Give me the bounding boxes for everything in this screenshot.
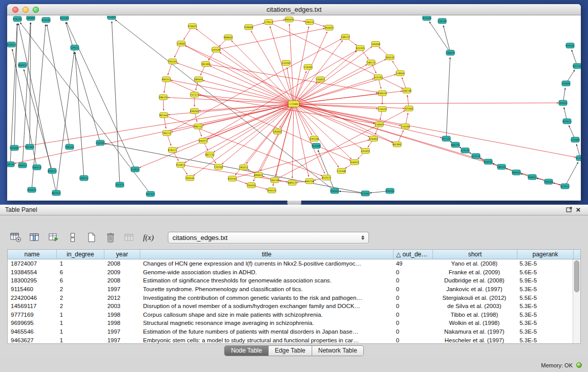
graph-node[interactable]: 262065 (10, 145, 19, 150)
minimize-window-button[interactable] (23, 7, 29, 13)
graph-node[interactable]: 121065 (571, 137, 580, 142)
graph-node[interactable]: 809431 (512, 170, 521, 175)
graph-node[interactable]: 976121 (13, 16, 22, 21)
table-row[interactable]: 946362711997Embryonic stem cells: a mode… (8, 336, 573, 343)
graph-node[interactable]: 813341 (361, 191, 370, 196)
table-row[interactable]: 2242004622012Investigating the contribut… (8, 293, 573, 302)
graph-node[interactable]: 179511 (264, 19, 273, 25)
graph-node[interactable]: 204531 (385, 55, 395, 60)
graph-node[interactable]: 876111 (168, 147, 177, 152)
new-column-button[interactable] (85, 231, 98, 244)
table-row[interactable]: 1872400712008Changes of HCN gene express… (8, 259, 573, 268)
table-row[interactable]: 1830029562008Estimation of significance … (8, 276, 573, 285)
column-header-year[interactable]: year (104, 250, 140, 259)
graph-node[interactable]: 489571 (288, 180, 297, 185)
delete-column-button[interactable] (104, 231, 117, 244)
graph-node[interactable]: 312161 (374, 75, 383, 80)
graph-node[interactable]: 196211 (79, 176, 89, 181)
graph-node[interactable]: 911021 (107, 16, 116, 19)
graph-node[interactable]: 891311 (146, 191, 155, 196)
graph-node[interactable]: 746711 (366, 60, 376, 65)
graph-node[interactable]: 950513 (32, 165, 41, 170)
close-window-button[interactable] (12, 7, 18, 13)
graph-node[interactable]: 679191 (461, 148, 470, 153)
graph-node[interactable]: 816461 (369, 136, 378, 141)
graph-node[interactable]: 945758 (305, 179, 314, 184)
graph-node[interactable]: 722541 (214, 164, 223, 169)
graph-node[interactable]: 105749 (270, 178, 279, 183)
graph-node[interactable]: 289491 (194, 77, 203, 82)
graph-node[interactable]: 924631 (27, 187, 36, 192)
network-window-titlebar[interactable]: citations_edges.txt (7, 4, 581, 15)
table-row[interactable]: 946554611997Estimation of the future num… (8, 327, 573, 336)
graph-node[interactable]: 813101 (60, 16, 69, 20)
graph-node[interactable]: 294501 (544, 179, 553, 184)
graph-node[interactable]: 966491 (285, 17, 294, 22)
graph-node[interactable]: 184879 (446, 50, 455, 55)
table-row[interactable]: 969969511998Structural magnetic resonanc… (8, 319, 573, 327)
graph-node[interactable]: 203611 (7, 42, 16, 47)
graph-node[interactable]: 850531 (378, 91, 387, 96)
graph-node[interactable]: 100748 (402, 88, 411, 93)
graph-node[interactable]: 912131 (471, 154, 481, 159)
graph-node[interactable]: 132203 (281, 60, 291, 65)
graph-node[interactable]: 213611 (130, 167, 140, 172)
graph-node[interactable]: 191534 (310, 136, 319, 141)
graph-node[interactable]: 118641 (396, 71, 405, 76)
graph-node[interactable]: 116261 (303, 64, 313, 70)
graph-node[interactable]: 785711 (162, 130, 171, 136)
graph-node[interactable]: 143491 (561, 81, 571, 86)
graph-node[interactable]: 761631 (247, 183, 256, 188)
graph-node[interactable]: 934121 (267, 188, 276, 193)
graph-node[interactable]: 913571 (576, 156, 581, 161)
graph-node[interactable]: 867731 (205, 152, 214, 157)
graph-node[interactable]: 755821 (316, 77, 325, 82)
table-row[interactable]: 977716911998Corpus callosum shape and si… (8, 311, 573, 319)
graph-node[interactable]: 830201 (190, 108, 199, 114)
table-row[interactable]: 1938455462009Genome-wide association stu… (8, 268, 573, 277)
column-header-out_de[interactable]: △ out_de… (394, 250, 433, 259)
graph-node[interactable]: 790141 (65, 144, 74, 149)
graph-node[interactable]: 196137 (305, 19, 314, 25)
graph-node[interactable]: 854371 (48, 168, 57, 173)
scrollbar-thumb[interactable] (574, 260, 579, 292)
graph-node[interactable]: 908193 (7, 162, 15, 167)
graph-node[interactable]: 286711 (193, 124, 203, 129)
table-row[interactable]: 911546021997Tourette syndrome. Phenomeno… (8, 285, 573, 294)
graph-node[interactable]: 204911 (18, 163, 27, 168)
table-row[interactable]: 1456911722003Disruption of a novel membe… (8, 302, 573, 311)
graph-node[interactable]: 108137 (341, 34, 350, 39)
tab-node-table[interactable]: Node Table (225, 346, 268, 356)
graph-node[interactable]: 115346 (337, 168, 346, 173)
graph-node[interactable]: 988601 (224, 35, 233, 40)
graph-node[interactable]: 783311 (239, 165, 248, 170)
graph-node[interactable]: 813571 (322, 175, 331, 180)
graph-node[interactable]: 110742 (438, 18, 447, 24)
edit-table-button[interactable] (47, 231, 60, 244)
network-canvas[interactable]: 1724059886011424202813812894917572718302… (7, 16, 581, 201)
tab-network-table[interactable]: Network Table (312, 346, 363, 356)
graph-node[interactable]: 189141 (497, 164, 506, 169)
graph-node[interactable]: 809651 (254, 172, 263, 178)
column-header-short[interactable]: short (433, 250, 517, 259)
graph-node[interactable]: 186881 (26, 16, 35, 20)
graph-node[interactable]: 765101 (168, 59, 177, 64)
graph-node[interactable]: 286191 (159, 95, 168, 100)
graph-node[interactable]: 183002 (273, 129, 282, 134)
import-table-button[interactable] (123, 231, 136, 244)
graph-node[interactable]: 321601 (404, 106, 413, 111)
graph-node[interactable]: 294561 (385, 188, 395, 193)
graph-node[interactable]: 129511 (70, 45, 79, 50)
graph-node[interactable]: 763541 (185, 176, 194, 181)
graph-node[interactable]: 116047 (375, 122, 384, 127)
graph-node[interactable]: 891381 (25, 144, 34, 149)
graph-node[interactable]: 914345 (312, 143, 321, 148)
graph-node[interactable]: 825611 (562, 119, 572, 124)
graph-node[interactable]: 963611 (18, 62, 27, 68)
graph-node[interactable]: 827741 (573, 63, 581, 69)
graph-node[interactable]: 774531 (378, 106, 387, 112)
graph-node[interactable]: 916921 (350, 160, 359, 165)
graph-node[interactable]: 905311 (162, 77, 171, 82)
graph-node[interactable]: 924501 (330, 188, 339, 193)
graph-node[interactable]: 957121 (442, 136, 451, 141)
